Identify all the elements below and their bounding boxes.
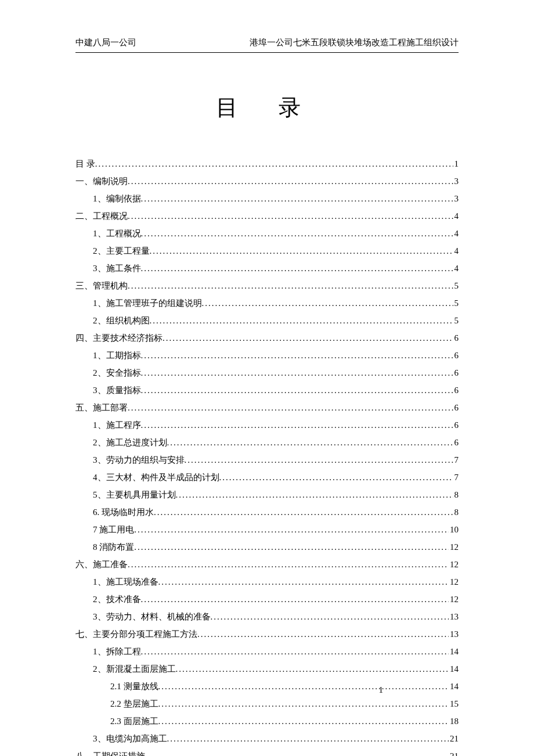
toc-leader-dots <box>141 417 453 433</box>
toc-label: 2、新混凝土面层施工 <box>93 661 176 677</box>
toc-page-number: 10 <box>449 522 459 538</box>
toc-leader-dots <box>150 243 453 259</box>
toc-row: 7 施工用电10 <box>75 522 459 538</box>
toc-leader-dots <box>158 714 449 729</box>
toc-row: 2、组织机构图5 <box>75 313 459 329</box>
toc-leader-dots <box>141 261 453 276</box>
toc-leader-dots <box>176 487 453 503</box>
toc-label: 1、施工管理班子的组建说明 <box>93 296 202 311</box>
toc-row: 五、施工部署6 <box>75 400 459 416</box>
toc-label: 1、工期指标 <box>93 348 141 363</box>
toc-leader-dots <box>141 383 453 398</box>
toc-leader-dots <box>128 400 453 416</box>
toc-leader-dots <box>141 365 453 381</box>
toc-leader-dots <box>141 644 449 660</box>
toc-label: 2、主要工程量 <box>93 243 150 259</box>
toc-row: 5、主要机具用量计划8 <box>75 487 459 503</box>
toc-leader-dots <box>163 330 453 346</box>
toc-leader-dots <box>211 609 449 625</box>
toc-row: 一、编制说明3 <box>75 174 459 189</box>
toc-page-number: 8 <box>453 487 459 503</box>
toc-row: 1、施工现场准备12 <box>75 574 459 590</box>
toc-leader-dots <box>141 592 449 607</box>
toc-page-number: 5 <box>453 296 459 311</box>
toc-page-number: 4 <box>453 243 459 259</box>
toc-label: 2.2 垫层施工 <box>110 696 158 712</box>
toc-label: 3、施工条件 <box>93 261 141 276</box>
toc-page-number: 8 <box>453 505 459 520</box>
toc-row: 目 录1 <box>75 156 459 172</box>
toc-label: 2、技术准备 <box>93 592 141 607</box>
toc-leader-dots <box>176 661 449 677</box>
toc-page-number: 13 <box>449 609 459 625</box>
toc-row: 2.3 面层施工18 <box>75 714 459 729</box>
toc-label: 1、编制依据 <box>93 191 141 207</box>
toc-row: 四、主要技术经济指标6 <box>75 330 459 346</box>
toc-page-number: 13 <box>449 627 459 642</box>
toc-label: 2.3 面层施工 <box>110 714 158 729</box>
toc-label: 六、施工准备 <box>75 557 128 573</box>
toc-page-number: 5 <box>453 278 459 294</box>
toc-leader-dots <box>150 313 453 329</box>
toc-label: 7 施工用电 <box>93 522 134 538</box>
toc-page-number: 12 <box>449 539 459 555</box>
toc-label: 6. 现场临时用水 <box>93 505 154 520</box>
header-left: 中建八局一公司 <box>75 35 136 51</box>
toc-page-number: 7 <box>453 470 459 485</box>
toc-leader-dots <box>158 574 449 590</box>
table-of-contents: 目 录1一、编制说明31、编制依据3二、工程概况41、工程概况42、主要工程量4… <box>75 156 459 756</box>
toc-page-number: 1 <box>453 156 459 172</box>
toc-row: 1、施工管理班子的组建说明5 <box>75 296 459 311</box>
page-header: 中建八局一公司 港埠一公司七米五段联锁块堆场改造工程施工组织设计 <box>75 35 459 53</box>
toc-label: 七、主要分部分项工程施工方法 <box>75 627 197 642</box>
toc-row: 2、安全指标6 <box>75 365 459 381</box>
toc-page-number: 18 <box>449 714 459 729</box>
toc-row: 三、管理机构5 <box>75 278 459 294</box>
toc-leader-dots <box>95 156 453 172</box>
toc-row: 2.1 测量放线14 <box>75 679 459 694</box>
toc-row: 2、施工总进度计划6 <box>75 435 459 451</box>
toc-leader-dots <box>197 627 449 642</box>
toc-page-number: 6 <box>453 435 459 451</box>
toc-label: 二、工程概况 <box>75 208 128 224</box>
toc-leader-dots <box>141 348 453 363</box>
toc-label: 1、工程概况 <box>93 226 141 242</box>
toc-page-number: 3 <box>453 174 459 189</box>
toc-page-number: 4 <box>453 261 459 276</box>
toc-label: 3、劳动力、材料、机械的准备 <box>93 609 211 625</box>
toc-leader-dots <box>128 174 453 189</box>
toc-label: 一、编制说明 <box>75 174 128 189</box>
toc-label: 目 录 <box>75 156 95 172</box>
toc-page-number: 6 <box>453 383 459 398</box>
toc-row: 2.2 垫层施工15 <box>75 696 459 712</box>
toc-leader-dots <box>128 208 453 224</box>
toc-row: 8 消防布置12 <box>75 539 459 555</box>
toc-label: 1、拆除工程 <box>93 644 141 660</box>
toc-label: 1、施工现场准备 <box>93 574 158 590</box>
toc-leader-dots <box>185 452 453 468</box>
toc-page-number: 5 <box>453 313 459 329</box>
toc-label: 3、劳动力的组织与安排 <box>93 452 185 468</box>
toc-page-number: 14 <box>449 644 459 660</box>
toc-row: 六、施工准备12 <box>75 557 459 573</box>
toc-label: 5、主要机具用量计划 <box>93 487 176 503</box>
toc-label: 八、工期保证措施 <box>75 748 145 756</box>
toc-row: 八、工期保证措施21 <box>75 748 459 756</box>
toc-page-number: 6 <box>453 400 459 416</box>
toc-page-number: 6 <box>453 365 459 381</box>
toc-row: 3、劳动力的组织与安排7 <box>75 452 459 468</box>
toc-page-number: 6 <box>453 348 459 363</box>
toc-label: 3、质量指标 <box>93 383 141 398</box>
toc-leader-dots <box>134 539 449 555</box>
toc-leader-dots <box>219 470 453 485</box>
toc-leader-dots <box>154 505 453 520</box>
toc-page-number: 21 <box>449 731 459 747</box>
toc-leader-dots <box>134 522 449 538</box>
toc-page-number: 14 <box>449 679 459 694</box>
toc-leader-dots <box>202 296 453 311</box>
toc-row: 6. 现场临时用水8 <box>75 505 459 520</box>
toc-page-number: 4 <box>453 226 459 242</box>
toc-leader-dots <box>141 226 453 242</box>
header-right: 港埠一公司七米五段联锁块堆场改造工程施工组织设计 <box>250 35 459 51</box>
toc-page-number: 3 <box>453 191 459 207</box>
